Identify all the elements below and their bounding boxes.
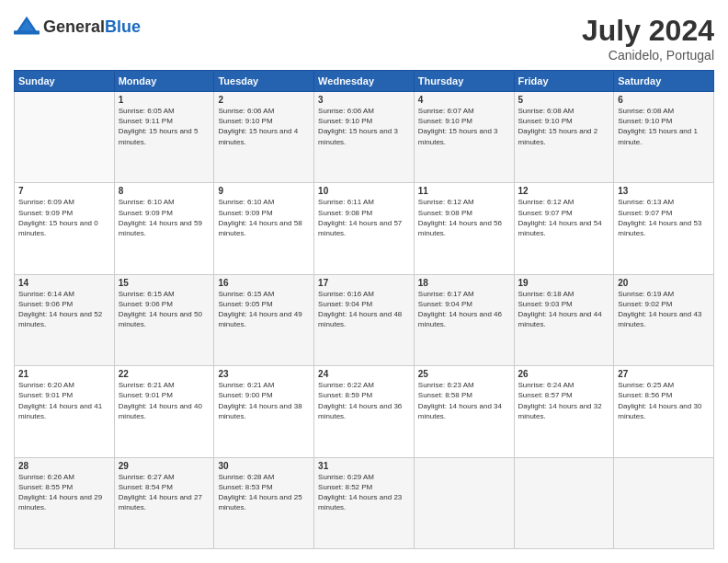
day-number: 4 <box>418 95 510 105</box>
table-row: 5Sunrise: 6:08 AMSunset: 9:10 PMDaylight… <box>514 92 614 183</box>
table-row <box>614 457 714 548</box>
cell-text: Sunrise: 6:12 AMSunset: 9:07 PMDaylight:… <box>518 197 610 238</box>
logo: GeneralBlue <box>14 14 141 40</box>
day-number: 28 <box>18 461 110 471</box>
table-row: 28Sunrise: 6:26 AMSunset: 8:55 PMDayligh… <box>15 457 115 548</box>
cell-text: Sunrise: 6:14 AMSunset: 9:06 PMDaylight:… <box>18 289 110 330</box>
day-number: 21 <box>18 369 110 379</box>
cell-text: Sunrise: 6:12 AMSunset: 9:08 PMDaylight:… <box>418 197 510 238</box>
day-number: 14 <box>18 278 110 288</box>
day-number: 15 <box>119 278 210 288</box>
calendar-week-row: 21Sunrise: 6:20 AMSunset: 9:01 PMDayligh… <box>15 366 714 457</box>
table-row: 4Sunrise: 6:07 AMSunset: 9:10 PMDaylight… <box>414 92 514 183</box>
day-number: 2 <box>218 95 310 105</box>
col-saturday: Saturday <box>614 71 714 92</box>
cell-text: Sunrise: 6:10 AMSunset: 9:09 PMDaylight:… <box>218 197 310 238</box>
table-row: 24Sunrise: 6:22 AMSunset: 8:59 PMDayligh… <box>314 366 415 457</box>
table-row: 27Sunrise: 6:25 AMSunset: 8:56 PMDayligh… <box>614 366 714 457</box>
day-number: 9 <box>218 186 310 196</box>
table-row: 9Sunrise: 6:10 AMSunset: 9:09 PMDaylight… <box>214 183 314 274</box>
day-number: 6 <box>618 95 710 105</box>
table-row: 23Sunrise: 6:21 AMSunset: 9:00 PMDayligh… <box>214 366 314 457</box>
table-row: 12Sunrise: 6:12 AMSunset: 9:07 PMDayligh… <box>514 183 614 274</box>
title-block: July 2024 Canidelo, Portugal <box>582 14 714 63</box>
day-number: 17 <box>318 278 410 288</box>
table-row <box>514 457 614 548</box>
cell-text: Sunrise: 6:26 AMSunset: 8:55 PMDaylight:… <box>18 472 110 513</box>
table-row: 19Sunrise: 6:18 AMSunset: 9:03 PMDayligh… <box>514 274 614 365</box>
col-tuesday: Tuesday <box>214 71 314 92</box>
table-row: 15Sunrise: 6:15 AMSunset: 9:06 PMDayligh… <box>114 274 214 365</box>
table-row: 1Sunrise: 6:05 AMSunset: 9:11 PMDaylight… <box>114 92 214 183</box>
table-row: 29Sunrise: 6:27 AMSunset: 8:54 PMDayligh… <box>114 457 214 548</box>
table-row: 13Sunrise: 6:13 AMSunset: 9:07 PMDayligh… <box>614 183 714 274</box>
cell-text: Sunrise: 6:29 AMSunset: 8:52 PMDaylight:… <box>318 472 410 513</box>
cell-text: Sunrise: 6:25 AMSunset: 8:56 PMDaylight:… <box>618 380 710 421</box>
day-number: 22 <box>119 369 210 379</box>
logo-blue: Blue <box>105 17 141 36</box>
calendar-header-row: Sunday Monday Tuesday Wednesday Thursday… <box>15 71 714 92</box>
cell-text: Sunrise: 6:19 AMSunset: 9:02 PMDaylight:… <box>618 289 710 330</box>
table-row <box>414 457 514 548</box>
cell-text: Sunrise: 6:23 AMSunset: 8:58 PMDaylight:… <box>418 380 510 421</box>
table-row: 2Sunrise: 6:06 AMSunset: 9:10 PMDaylight… <box>214 92 314 183</box>
day-number: 8 <box>119 186 210 196</box>
day-number: 18 <box>418 278 510 288</box>
col-friday: Friday <box>514 71 614 92</box>
calendar-week-row: 7Sunrise: 6:09 AMSunset: 9:09 PMDaylight… <box>15 183 714 274</box>
day-number: 5 <box>518 95 610 105</box>
cell-text: Sunrise: 6:21 AMSunset: 9:00 PMDaylight:… <box>218 380 310 421</box>
table-row: 16Sunrise: 6:15 AMSunset: 9:05 PMDayligh… <box>214 274 314 365</box>
cell-text: Sunrise: 6:16 AMSunset: 9:04 PMDaylight:… <box>318 289 410 330</box>
table-row: 25Sunrise: 6:23 AMSunset: 8:58 PMDayligh… <box>414 366 514 457</box>
day-number: 11 <box>418 186 510 196</box>
calendar-week-row: 1Sunrise: 6:05 AMSunset: 9:11 PMDaylight… <box>15 92 714 183</box>
calendar-week-row: 28Sunrise: 6:26 AMSunset: 8:55 PMDayligh… <box>15 457 714 548</box>
cell-text: Sunrise: 6:06 AMSunset: 9:10 PMDaylight:… <box>318 106 410 147</box>
day-number: 24 <box>318 369 410 379</box>
table-row: 7Sunrise: 6:09 AMSunset: 9:09 PMDaylight… <box>15 183 115 274</box>
day-number: 20 <box>618 278 710 288</box>
cell-text: Sunrise: 6:15 AMSunset: 9:05 PMDaylight:… <box>218 289 310 330</box>
day-number: 1 <box>119 95 210 105</box>
table-row: 30Sunrise: 6:28 AMSunset: 8:53 PMDayligh… <box>214 457 314 548</box>
cell-text: Sunrise: 6:22 AMSunset: 8:59 PMDaylight:… <box>318 380 410 421</box>
day-number: 25 <box>418 369 510 379</box>
day-number: 31 <box>318 461 410 471</box>
cell-text: Sunrise: 6:08 AMSunset: 9:10 PMDaylight:… <box>518 106 610 147</box>
table-row: 22Sunrise: 6:21 AMSunset: 9:01 PMDayligh… <box>114 366 214 457</box>
table-row: 26Sunrise: 6:24 AMSunset: 8:57 PMDayligh… <box>514 366 614 457</box>
page: GeneralBlue July 2024 Canidelo, Portugal… <box>0 0 728 563</box>
table-row: 11Sunrise: 6:12 AMSunset: 9:08 PMDayligh… <box>414 183 514 274</box>
table-row <box>15 92 115 183</box>
day-number: 29 <box>119 461 210 471</box>
day-number: 16 <box>218 278 310 288</box>
day-number: 27 <box>618 369 710 379</box>
cell-text: Sunrise: 6:11 AMSunset: 9:08 PMDaylight:… <box>318 197 410 238</box>
col-sunday: Sunday <box>15 71 115 92</box>
calendar: Sunday Monday Tuesday Wednesday Thursday… <box>14 70 714 549</box>
table-row: 17Sunrise: 6:16 AMSunset: 9:04 PMDayligh… <box>314 274 415 365</box>
cell-text: Sunrise: 6:24 AMSunset: 8:57 PMDaylight:… <box>518 380 610 421</box>
day-number: 19 <box>518 278 610 288</box>
day-number: 30 <box>218 461 310 471</box>
day-number: 12 <box>518 186 610 196</box>
table-row: 8Sunrise: 6:10 AMSunset: 9:09 PMDaylight… <box>114 183 214 274</box>
calendar-week-row: 14Sunrise: 6:14 AMSunset: 9:06 PMDayligh… <box>15 274 714 365</box>
cell-text: Sunrise: 6:17 AMSunset: 9:04 PMDaylight:… <box>418 289 510 330</box>
cell-text: Sunrise: 6:10 AMSunset: 9:09 PMDaylight:… <box>119 197 210 238</box>
table-row: 20Sunrise: 6:19 AMSunset: 9:02 PMDayligh… <box>614 274 714 365</box>
cell-text: Sunrise: 6:08 AMSunset: 9:10 PMDaylight:… <box>618 106 710 147</box>
day-number: 13 <box>618 186 710 196</box>
table-row: 18Sunrise: 6:17 AMSunset: 9:04 PMDayligh… <box>414 274 514 365</box>
cell-text: Sunrise: 6:20 AMSunset: 9:01 PMDaylight:… <box>18 380 110 421</box>
day-number: 23 <box>218 369 310 379</box>
cell-text: Sunrise: 6:18 AMSunset: 9:03 PMDaylight:… <box>518 289 610 330</box>
cell-text: Sunrise: 6:13 AMSunset: 9:07 PMDaylight:… <box>618 197 710 238</box>
cell-text: Sunrise: 6:15 AMSunset: 9:06 PMDaylight:… <box>119 289 210 330</box>
col-wednesday: Wednesday <box>314 71 415 92</box>
cell-text: Sunrise: 6:06 AMSunset: 9:10 PMDaylight:… <box>218 106 310 147</box>
cell-text: Sunrise: 6:05 AMSunset: 9:11 PMDaylight:… <box>119 106 210 147</box>
table-row: 21Sunrise: 6:20 AMSunset: 9:01 PMDayligh… <box>15 366 115 457</box>
cell-text: Sunrise: 6:21 AMSunset: 9:01 PMDaylight:… <box>119 380 210 421</box>
